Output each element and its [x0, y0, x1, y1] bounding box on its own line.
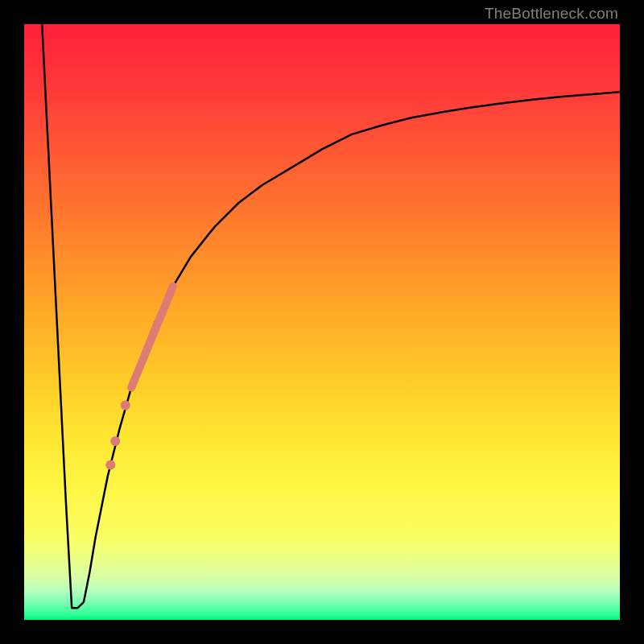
watermark-text: TheBottleneck.com	[485, 5, 618, 23]
dot-marker-3	[105, 460, 115, 470]
bottleneck-curve-path	[42, 24, 620, 608]
bottleneck-curve	[42, 24, 620, 608]
dot-marker-2	[110, 436, 120, 446]
plot-area	[24, 24, 620, 620]
dot-marker-1	[121, 401, 130, 411]
chart-container: TheBottleneck.com	[0, 0, 644, 644]
curve-markers	[105, 287, 173, 470]
highlight-segment	[131, 287, 173, 388]
chart-svg	[24, 24, 620, 620]
